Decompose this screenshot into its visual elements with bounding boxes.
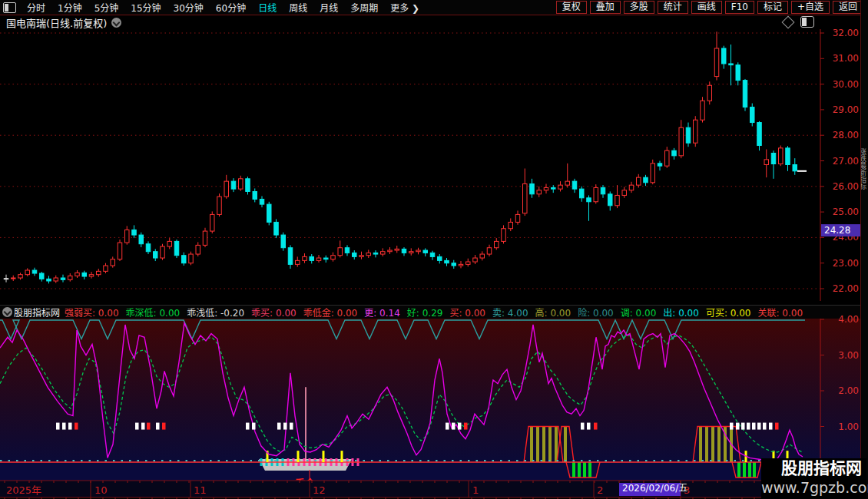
candle bbox=[118, 240, 122, 261]
candle bbox=[189, 252, 194, 266]
candle bbox=[466, 259, 471, 267]
dash-mark bbox=[68, 423, 72, 430]
watermark-site-name: 股朋指标网 bbox=[761, 458, 866, 478]
candle bbox=[154, 249, 158, 261]
candle bbox=[111, 256, 115, 267]
trading-terminal: { "toolbar": { "left_items": [ {"label":… bbox=[0, 0, 868, 499]
candle bbox=[572, 179, 577, 193]
dash-mark bbox=[736, 423, 740, 430]
green-signal-bar bbox=[588, 462, 591, 478]
dash-mark bbox=[141, 423, 145, 430]
indicator-pane-bg bbox=[0, 319, 868, 481]
candle bbox=[75, 270, 80, 278]
candle bbox=[402, 247, 406, 256]
right-edge-strip: 涨跌最新指标 bbox=[860, 0, 868, 499]
indicator-axis-label: 4.00 bbox=[838, 314, 859, 325]
dash-mark bbox=[162, 423, 166, 430]
candle bbox=[779, 146, 784, 167]
olive-signal-bar bbox=[699, 427, 702, 463]
olive-signal-bar bbox=[711, 427, 714, 463]
candle bbox=[359, 252, 364, 259]
candle bbox=[353, 250, 357, 259]
dash-mark bbox=[747, 423, 750, 430]
candle bbox=[694, 116, 698, 147]
olive-signal-bar bbox=[536, 427, 539, 463]
dash-mark bbox=[452, 423, 456, 430]
dash-mark bbox=[741, 423, 745, 430]
candle bbox=[736, 62, 740, 85]
candle bbox=[288, 245, 293, 269]
price-axis-label: 32.00 bbox=[833, 28, 859, 38]
green-signal-bar bbox=[753, 462, 756, 478]
price-axis-label: 31.00 bbox=[833, 53, 859, 64]
dash-mark bbox=[587, 423, 591, 430]
candle bbox=[679, 120, 684, 158]
candle bbox=[502, 225, 506, 243]
candle bbox=[139, 233, 144, 247]
candle bbox=[296, 256, 300, 266]
dash-mark bbox=[62, 423, 66, 430]
candle bbox=[146, 241, 151, 254]
chart-canvas[interactable]: 32.0031.0030.0029.0028.0027.0026.0025.00… bbox=[0, 0, 868, 499]
candle bbox=[267, 202, 272, 226]
dash-mark bbox=[283, 423, 287, 430]
candle bbox=[97, 269, 101, 277]
candle bbox=[459, 261, 463, 268]
dash-mark bbox=[458, 423, 462, 430]
candle bbox=[203, 228, 207, 247]
date-label: 2025年 bbox=[6, 484, 41, 496]
candle bbox=[629, 182, 634, 193]
candle bbox=[594, 184, 598, 203]
green-signal-bar bbox=[737, 462, 740, 478]
candle bbox=[40, 272, 45, 282]
dash-mark bbox=[752, 423, 756, 430]
candle bbox=[757, 121, 762, 150]
date-label: 10 bbox=[94, 484, 108, 496]
candle bbox=[665, 147, 670, 168]
dash-mark bbox=[75, 423, 78, 430]
candle bbox=[373, 250, 378, 257]
candle bbox=[246, 177, 250, 194]
candle bbox=[345, 245, 350, 256]
green-signal-bar bbox=[748, 462, 751, 478]
candle bbox=[82, 271, 87, 279]
candle bbox=[707, 81, 712, 104]
candle bbox=[558, 181, 563, 191]
right-strip-text-fragment: 涨跌最新指标 bbox=[861, 23, 868, 315]
candle bbox=[658, 161, 662, 171]
green-signal-bar bbox=[743, 462, 746, 478]
indicator-axis-label: 2.00 bbox=[838, 385, 859, 396]
candle bbox=[651, 160, 655, 184]
candle bbox=[217, 193, 222, 216]
candle bbox=[423, 248, 428, 256]
candle bbox=[366, 250, 371, 258]
candle bbox=[530, 179, 535, 198]
candle bbox=[544, 183, 548, 193]
candle bbox=[47, 276, 51, 283]
indicator-axis-label: 3.00 bbox=[838, 350, 859, 361]
candle bbox=[637, 174, 641, 188]
candle bbox=[32, 268, 37, 276]
dash-mark bbox=[594, 423, 598, 430]
green-signal-bar bbox=[578, 462, 581, 478]
date-label: 11 bbox=[194, 484, 207, 496]
dash-mark bbox=[135, 423, 139, 430]
candle bbox=[260, 196, 264, 207]
candle bbox=[537, 187, 542, 197]
candle bbox=[125, 226, 130, 244]
candle bbox=[487, 245, 492, 256]
dash-mark bbox=[290, 423, 293, 430]
candle bbox=[89, 272, 94, 279]
candle bbox=[239, 176, 244, 191]
current-date-text: 2026/02/06/五 bbox=[622, 483, 687, 494]
indicator-axis-label: 1.00 bbox=[838, 421, 859, 432]
dash-mark bbox=[246, 423, 250, 430]
date-label: 2 bbox=[597, 484, 603, 496]
candle bbox=[445, 258, 449, 266]
candle bbox=[601, 185, 605, 198]
last-price-badge-text: 24.28 bbox=[824, 225, 850, 236]
candle bbox=[509, 218, 513, 231]
candle bbox=[324, 256, 329, 263]
candle bbox=[764, 150, 769, 178]
price-axis-label: 30.00 bbox=[833, 79, 859, 90]
